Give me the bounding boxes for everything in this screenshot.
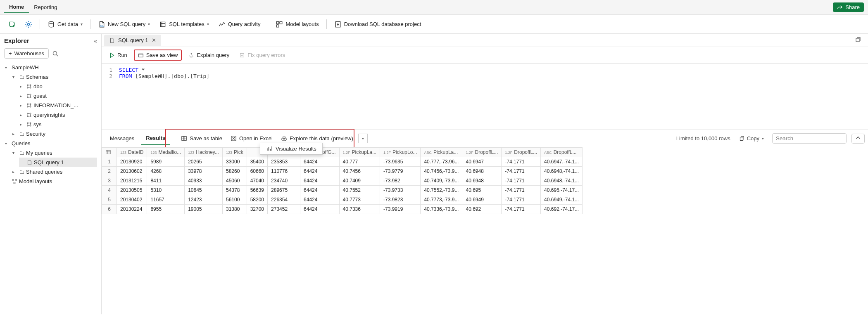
- cell[interactable]: 40.692,-74.17...: [541, 205, 583, 214]
- collapse-icon[interactable]: «: [94, 38, 97, 44]
- new-sql-button[interactable]: SQL New SQL query ▾: [95, 19, 153, 30]
- cell[interactable]: 40.7409,-73.9...: [421, 176, 462, 186]
- column-header[interactable]: 123DateID: [117, 148, 147, 157]
- cell[interactable]: -73.9733: [380, 186, 420, 195]
- refresh-button[interactable]: [5, 19, 19, 30]
- tab-messages[interactable]: Messages: [105, 132, 139, 145]
- cell[interactable]: 40.7773: [339, 195, 380, 205]
- cell[interactable]: 64424: [300, 176, 340, 186]
- cell[interactable]: 40.777: [339, 157, 380, 167]
- cell[interactable]: 20130505: [117, 186, 147, 195]
- settings-button[interactable]: [21, 19, 36, 30]
- cell[interactable]: -73.9779: [380, 167, 420, 176]
- tree-security[interactable]: ▸ 🗀 Security: [12, 129, 97, 139]
- results-grid[interactable]: 123DateID123Medallio...123Hackney...123P…: [102, 147, 868, 214]
- cell[interactable]: 58200: [247, 195, 267, 205]
- cell[interactable]: 40.7336,-73.9...: [421, 205, 462, 214]
- cell[interactable]: 64424: [300, 186, 340, 195]
- save-as-view-button[interactable]: Save as view: [134, 50, 182, 61]
- cell[interactable]: 6955: [147, 205, 185, 214]
- open-in-excel-button[interactable]: Open in Excel: [227, 134, 276, 143]
- cell[interactable]: -74.1771: [502, 195, 541, 205]
- cell[interactable]: 8411: [147, 176, 185, 186]
- cell[interactable]: 20130920: [117, 157, 147, 167]
- cell[interactable]: -74.1771: [502, 205, 541, 214]
- cell[interactable]: 40.7456,-73.9...: [421, 167, 462, 176]
- cell[interactable]: -74.1771: [502, 167, 541, 176]
- cell[interactable]: 56100: [222, 195, 247, 205]
- sql-editor[interactable]: 1SELECT * 2FROM [SampleWH].[dbo].[Trip]: [102, 64, 868, 130]
- table-row[interactable]: 1201309205989202653300035400235853644244…: [102, 157, 583, 167]
- cell[interactable]: 40.6948,-74.1...: [541, 167, 583, 176]
- tab-reporting[interactable]: Reporting: [29, 2, 62, 13]
- cell[interactable]: 20131215: [117, 176, 147, 186]
- warehouses-button[interactable]: + Warehouses: [4, 48, 49, 59]
- cell[interactable]: 4268: [147, 167, 185, 176]
- cell[interactable]: 40933: [185, 176, 223, 186]
- cell[interactable]: 58260: [222, 167, 247, 176]
- cell[interactable]: 40.7336: [339, 205, 380, 214]
- cell[interactable]: 60660: [247, 167, 267, 176]
- tree-schema-item[interactable]: ▸queryinsights: [19, 110, 97, 120]
- cell[interactable]: 64424: [300, 167, 340, 176]
- cell[interactable]: 10645: [185, 186, 223, 195]
- cell[interactable]: 33000: [222, 157, 247, 167]
- results-search-input[interactable]: [772, 133, 847, 144]
- table-row[interactable]: 6201302246955190053138032700273452644244…: [102, 205, 583, 214]
- cell[interactable]: 40.7773,-73.9...: [421, 195, 462, 205]
- explore-dropdown-button[interactable]: ▾: [358, 134, 368, 143]
- column-header[interactable]: 1.2FPickupLo...: [380, 148, 420, 157]
- cell[interactable]: 20130402: [117, 195, 147, 205]
- cell[interactable]: 40.6947: [462, 157, 502, 167]
- cell[interactable]: 5310: [147, 186, 185, 195]
- cell[interactable]: -73.982: [380, 176, 420, 186]
- cell[interactable]: 31380: [222, 205, 247, 214]
- column-header[interactable]: 123Hackney...: [185, 148, 223, 157]
- tree-sql-query-1[interactable]: SQL query 1: [19, 158, 97, 167]
- table-row[interactable]: 2201306024268339785826060660110776644244…: [102, 167, 583, 176]
- cell[interactable]: -74.1771: [502, 176, 541, 186]
- get-data-button[interactable]: Get data ▾: [44, 19, 86, 30]
- cell[interactable]: 5989: [147, 157, 185, 167]
- search-icon[interactable]: [52, 50, 59, 57]
- cell[interactable]: 40.695,-74.17...: [541, 186, 583, 195]
- tab-results[interactable]: Results: [141, 132, 170, 145]
- visualize-results-menu-item[interactable]: Visualize Results: [260, 143, 323, 155]
- tree-schema-item[interactable]: ▸sys: [19, 120, 97, 129]
- cell[interactable]: 40.6947,-74.1...: [541, 157, 583, 167]
- cell[interactable]: 40.7552: [339, 186, 380, 195]
- tree-schema-item[interactable]: ▸dbo: [19, 82, 97, 91]
- explain-query-button[interactable]: Explain query: [185, 50, 233, 60]
- tree-schemas[interactable]: ▾ 🗀 Schemas: [12, 72, 97, 82]
- cell[interactable]: 273452: [268, 205, 300, 214]
- close-icon[interactable]: ✕: [152, 37, 156, 43]
- cell[interactable]: 40.695: [462, 186, 502, 195]
- column-header[interactable]: 123Medallio...: [147, 148, 185, 157]
- tree-shared-queries[interactable]: ▸ 🗀 Shared queries: [12, 167, 97, 177]
- cell[interactable]: 40.6948: [462, 167, 502, 176]
- tree-my-queries[interactable]: ▾ 🗀 My queries: [12, 148, 97, 158]
- cell[interactable]: 40.7456: [339, 167, 380, 176]
- cell[interactable]: 40.6948,-74.1...: [541, 176, 583, 186]
- cell[interactable]: 235853: [268, 157, 300, 167]
- copy-button[interactable]: Copy ▾: [735, 134, 767, 143]
- cell[interactable]: 20130224: [117, 205, 147, 214]
- cell[interactable]: 47040: [247, 176, 267, 186]
- cell[interactable]: 32700: [247, 205, 267, 214]
- expand-button[interactable]: [851, 134, 865, 144]
- tree-schema-item[interactable]: ▸INFORMATION_...: [19, 101, 97, 110]
- column-header[interactable]: ABCDropoffL...: [541, 148, 583, 157]
- column-header[interactable]: 1.2FPickupLa...: [339, 148, 380, 157]
- column-header[interactable]: ABCPickupLa...: [421, 148, 462, 157]
- cell[interactable]: -74.1771: [502, 157, 541, 167]
- column-header[interactable]: 1.2FDropoffL...: [462, 148, 502, 157]
- cell[interactable]: -73.9823: [380, 195, 420, 205]
- cell[interactable]: 110776: [268, 167, 300, 176]
- cell[interactable]: 19005: [185, 205, 223, 214]
- tree-schema-item[interactable]: ▸guest: [19, 91, 97, 101]
- tab-home[interactable]: Home: [4, 1, 29, 13]
- cell[interactable]: 40.7409: [339, 176, 380, 186]
- column-header[interactable]: 123Pick: [222, 148, 247, 157]
- window-stack-icon[interactable]: [855, 37, 866, 44]
- query-activity-button[interactable]: Query activity: [215, 19, 264, 30]
